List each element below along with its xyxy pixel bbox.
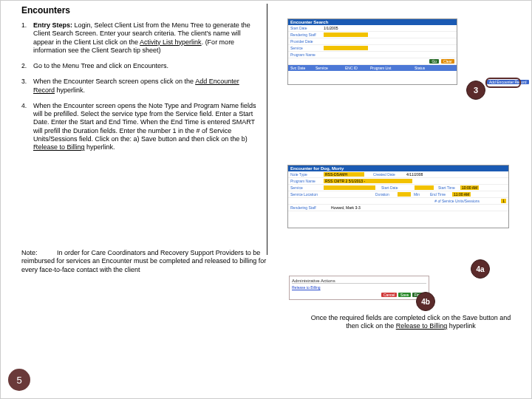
callout-3-ring: [485, 78, 521, 88]
release-to-billing-link: Release to Billing: [33, 143, 85, 151]
encounter-search-screenshot: Encounter Search Start Date1/1/2005 Rend…: [287, 18, 457, 85]
step-4: 4. When the Encounter screen opens the N…: [21, 102, 258, 152]
page-title: Encounters: [21, 5, 70, 16]
save-button[interactable]: Save: [398, 293, 411, 297]
callout-4b: 4b: [416, 292, 435, 311]
go-button[interactable]: Go: [429, 59, 439, 64]
callout-3: 3: [466, 81, 485, 100]
activity-list-link: Activity List hyperlink: [140, 38, 202, 46]
client-table-header: Svc Date Service ENC ID Program List Sta…: [288, 65, 457, 71]
clear-button[interactable]: Clear: [441, 59, 454, 64]
step-3: 3. When the Encounter Search screen open…: [21, 78, 258, 95]
page-number: 5: [8, 369, 30, 391]
vertical-divider: [267, 4, 267, 255]
encounter-form-screenshot: Encounter for Dog, Morty Note TypeRSS-DS…: [287, 165, 509, 228]
encounter-form-header: Encounter for Dog, Morty: [288, 166, 508, 171]
step-1: 1. Entry Steps: Login, Select Client Lis…: [21, 21, 258, 55]
bottom-caption: Once the required fields are completed c…: [304, 314, 518, 331]
encounter-search-header: Encounter Search: [288, 19, 457, 25]
instruction-steps: 1. Entry Steps: Login, Select Client Lis…: [21, 21, 258, 159]
callout-4a: 4a: [471, 259, 490, 279]
cancel-button[interactable]: Cancel: [381, 293, 398, 297]
note-block: Note: In order for Care Coordinators and…: [21, 249, 273, 274]
admin-actions-panel: Administrative Actions Release to Billin…: [289, 276, 429, 300]
release-to-billing-action[interactable]: Release to Billing: [292, 285, 426, 290]
step-2: 2. Go to the Menu Tree and click on Enco…: [21, 62, 258, 70]
